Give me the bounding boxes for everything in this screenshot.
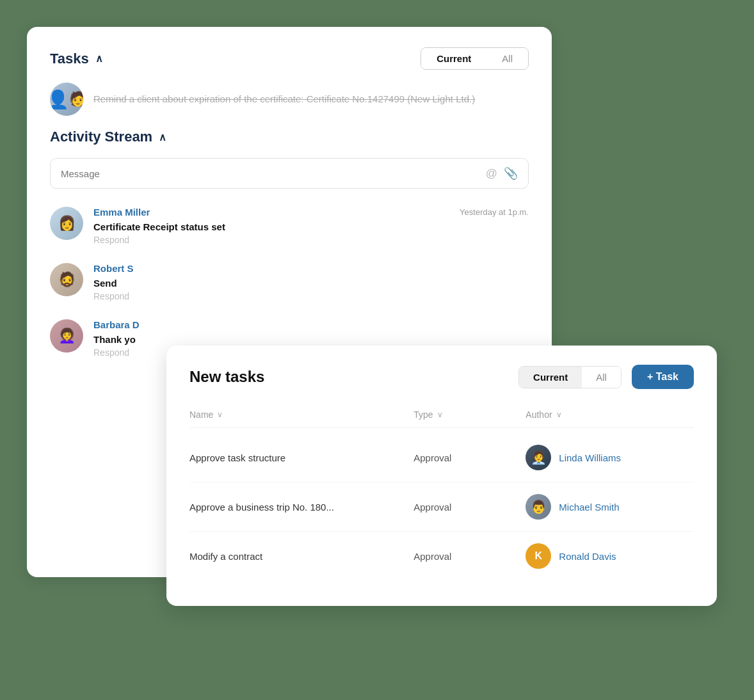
row-1-name: Approve a business trip No. 180... xyxy=(189,502,413,513)
col-type-label: Type xyxy=(413,410,433,420)
task-avatar: 🧑 xyxy=(50,83,83,116)
row-1-author: 👨 Michael Smith xyxy=(525,494,694,520)
row-0-type: Approval xyxy=(413,452,525,463)
tasks-toggle-group: Current All xyxy=(421,47,529,70)
activity-name-2[interactable]: Barbara D xyxy=(93,319,140,330)
activity-title-0: Certificate Receipt status set xyxy=(93,221,529,232)
overlay-current-btn[interactable]: Current xyxy=(519,367,582,388)
activity-name-0[interactable]: Emma Miller xyxy=(93,207,150,218)
row-0-name: Approve task structure xyxy=(189,452,413,463)
ronald-avatar: K xyxy=(525,543,551,569)
tasks-header: Tasks ∧ Current All xyxy=(50,47,529,70)
table-row-0: Approve task structure Approval 🧑‍💼 Lind… xyxy=(189,433,694,482)
overlay-toggle-group: Current All xyxy=(518,366,622,388)
tasks-title-text: Tasks xyxy=(50,51,89,67)
row-2-author: K Ronald Davis xyxy=(525,543,694,569)
row-0-author: 🧑‍💼 Linda Williams xyxy=(525,445,694,470)
robert-face: 🧔 xyxy=(50,263,83,296)
activity-respond-0[interactable]: Respond xyxy=(93,235,529,245)
task-item: 🧑 Remind a client about expiration of th… xyxy=(50,83,529,116)
col-header-name: Name ∨ xyxy=(189,410,413,420)
row-2-type: Approval xyxy=(413,551,525,562)
row-1-author-name[interactable]: Michael Smith xyxy=(559,502,619,513)
col-author-label: Author xyxy=(525,410,552,420)
activity-header-1: Robert S xyxy=(93,263,529,274)
emma-face: 👩 xyxy=(50,207,83,240)
ronald-letter: K xyxy=(535,550,543,562)
activity-content-1: Robert S Send Respond xyxy=(93,263,529,301)
message-input-row[interactable]: @ 📎 xyxy=(50,158,529,189)
table-row-1: Approve a business trip No. 180... Appro… xyxy=(189,482,694,532)
row-1-type: Approval xyxy=(413,502,525,513)
col-author-sort-icon[interactable]: ∨ xyxy=(556,410,562,419)
activity-title-1: Send xyxy=(93,278,529,289)
add-task-button[interactable]: + Task xyxy=(632,365,694,389)
activity-respond-1[interactable]: Respond xyxy=(93,291,529,301)
col-header-type: Type ∨ xyxy=(413,410,525,420)
linda-face: 🧑‍💼 xyxy=(531,450,547,465)
activity-item-1: 🧔 Robert S Send Respond xyxy=(50,263,529,301)
tasks-chevron-icon[interactable]: ∧ xyxy=(95,52,103,65)
attachment-icon[interactable]: 📎 xyxy=(504,166,518,180)
avatar-face: 🧑 xyxy=(69,83,83,116)
activity-title-2: Thank yo xyxy=(93,334,529,345)
col-type-sort-icon[interactable]: ∨ xyxy=(437,410,443,419)
tasks-all-btn[interactable]: All xyxy=(486,48,528,69)
tasks-title-group: Tasks ∧ xyxy=(50,51,103,67)
robert-avatar: 🧔 xyxy=(50,263,83,296)
activity-item-0: 👩 Emma Miller Yesterday at 1p.m. Certifi… xyxy=(50,207,529,245)
mention-icon[interactable]: @ xyxy=(486,167,497,180)
overlay-card: New tasks Current All + Task Name ∨ Type… xyxy=(166,346,717,606)
activity-chevron-icon[interactable]: ∧ xyxy=(159,131,166,143)
activity-header-0: Emma Miller Yesterday at 1p.m. xyxy=(93,207,529,218)
col-name-label: Name xyxy=(189,410,213,420)
activity-content-0: Emma Miller Yesterday at 1p.m. Certifica… xyxy=(93,207,529,245)
row-2-name: Modify a contract xyxy=(189,551,413,562)
table-row-2: Modify a contract Approval K Ronald Davi… xyxy=(189,532,694,580)
activity-time-0: Yesterday at 1p.m. xyxy=(460,207,529,217)
activity-name-1[interactable]: Robert S xyxy=(93,263,134,274)
row-0-author-name[interactable]: Linda Williams xyxy=(559,452,621,463)
overlay-controls: Current All + Task xyxy=(518,365,694,389)
michael-face: 👨 xyxy=(531,499,547,514)
table-header: Name ∨ Type ∨ Author ∨ xyxy=(189,404,694,428)
barbara-avatar: 👩‍🦱 xyxy=(50,319,83,353)
row-2-author-name[interactable]: Ronald Davis xyxy=(559,551,616,562)
tasks-current-btn[interactable]: Current xyxy=(421,48,486,69)
michael-avatar: 👨 xyxy=(525,494,551,520)
activity-stream-title: Activity Stream xyxy=(50,129,152,145)
barbara-face: 👩‍🦱 xyxy=(50,319,83,353)
col-name-sort-icon[interactable]: ∨ xyxy=(217,410,223,419)
activity-stream-header: Activity Stream ∧ xyxy=(50,129,529,145)
task-text: Remind a client about expiration of the … xyxy=(93,92,475,107)
overlay-header: New tasks Current All + Task xyxy=(189,365,694,389)
emma-avatar: 👩 xyxy=(50,207,83,240)
message-input[interactable] xyxy=(61,168,479,179)
overlay-all-btn[interactable]: All xyxy=(582,367,621,388)
overlay-title: New tasks xyxy=(189,368,264,386)
linda-avatar: 🧑‍💼 xyxy=(525,445,551,470)
col-header-author: Author ∨ xyxy=(525,410,694,420)
activity-header-2: Barbara D xyxy=(93,319,529,330)
